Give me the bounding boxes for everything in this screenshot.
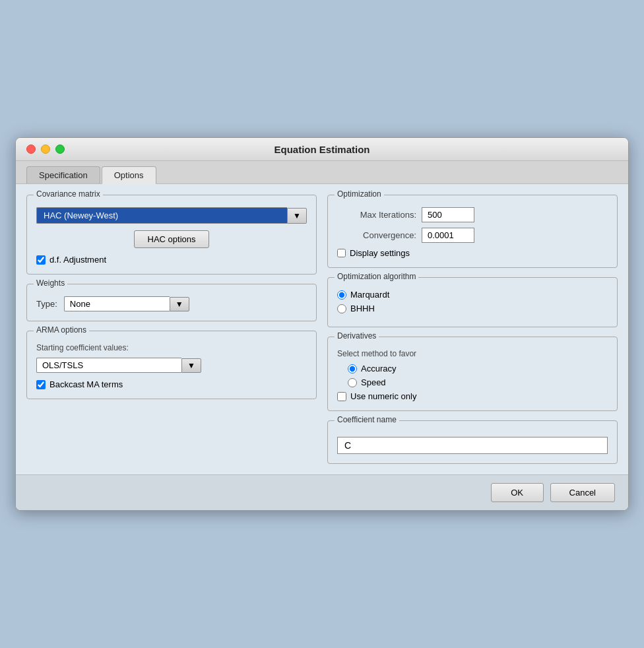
minimize-button[interactable] (41, 145, 50, 154)
marquardt-row: Marquardt (337, 290, 608, 300)
covariance-matrix-content: HAC (Newey-West) ▼ HAC options d.f. Adju… (36, 207, 307, 265)
accuracy-radio[interactable] (348, 364, 357, 373)
convergence-label: Convergence: (337, 230, 416, 240)
convergence-row: Convergence: (337, 228, 608, 243)
deriv-subtitle: Select method to favor (337, 349, 608, 358)
speed-row: Speed (348, 377, 608, 387)
backcast-checkbox[interactable] (36, 380, 46, 389)
cancel-button[interactable]: Cancel (550, 483, 615, 502)
speed-label: Speed (361, 377, 386, 387)
arma-dropdown-btn[interactable]: ▼ (181, 358, 201, 373)
derivatives-content: Select method to favor Accuracy Speed (337, 349, 608, 401)
covariance-matrix-title: Covariance matrix (34, 189, 103, 199)
weights-select-wrapper: None ▼ (64, 296, 189, 311)
backcast-label: Backcast MA terms (49, 379, 123, 389)
optimization-title: Optimization (335, 189, 384, 199)
weights-content: Type: None ▼ (36, 296, 307, 311)
coefficient-name-content (337, 433, 608, 454)
tab-specification[interactable]: Specification (26, 166, 100, 183)
arma-selected[interactable]: OLS/TSLS (36, 358, 181, 373)
display-settings-label: Display settings (350, 248, 410, 258)
maximize-button[interactable] (55, 145, 65, 154)
numeric-only-checkbox[interactable] (337, 392, 346, 401)
marquardt-radio[interactable] (337, 290, 346, 300)
window-title: Equation Estimation (274, 144, 370, 155)
tabs-bar: Specification Options (16, 161, 628, 184)
covariance-dropdown-btn[interactable]: ▼ (287, 208, 307, 224)
covariance-dropdown-wrapper: HAC (Newey-West) ▼ (36, 207, 307, 224)
ok-button[interactable]: OK (491, 483, 544, 502)
coefficient-name-group: Coefficient name (327, 420, 618, 464)
footer: OK Cancel (16, 474, 628, 510)
max-iter-row: Max Iterations: (337, 207, 608, 222)
content-area: Covariance matrix HAC (Newey-West) ▼ HAC… (16, 184, 628, 474)
coefficient-name-input[interactable] (337, 437, 608, 454)
display-settings-checkbox[interactable] (337, 249, 346, 257)
numeric-only-row: Use numeric only (337, 391, 608, 401)
max-iter-label: Max Iterations: (337, 210, 416, 220)
marquardt-label: Marquardt (350, 290, 389, 300)
display-settings-row: Display settings (337, 248, 608, 258)
bhhh-radio[interactable] (337, 304, 346, 313)
convergence-input[interactable] (422, 228, 474, 243)
numeric-only-label: Use numeric only (350, 391, 416, 401)
weights-selected[interactable]: None (64, 296, 170, 311)
hac-options-button[interactable]: HAC options (134, 230, 210, 248)
max-iter-input[interactable] (422, 207, 474, 222)
type-label: Type: (36, 299, 57, 309)
derivatives-title: Derivatives (335, 331, 379, 340)
coefficient-name-title: Coefficient name (335, 415, 399, 424)
arma-options-group: ARMA options Starting coefficient values… (26, 331, 317, 399)
left-column: Covariance matrix HAC (Newey-West) ▼ HAC… (26, 195, 317, 464)
backcast-row: Backcast MA terms (36, 379, 307, 389)
close-button[interactable] (26, 145, 36, 154)
titlebar: Equation Estimation (16, 138, 628, 161)
arma-select-wrapper: OLS/TSLS ▼ (36, 358, 307, 373)
covariance-selected[interactable]: HAC (Newey-West) (36, 207, 287, 224)
df-adjustment-checkbox[interactable] (36, 255, 46, 265)
deriv-radio-group: Accuracy Speed (337, 364, 608, 387)
arma-options-title: ARMA options (34, 325, 89, 335)
arma-options-content: Starting coefficient values: OLS/TSLS ▼ … (36, 343, 307, 389)
optimization-content: Max Iterations: Convergence: Display set… (337, 207, 608, 258)
bhhh-row: BHHH (337, 304, 608, 313)
optimization-algorithm-group: Optimization algorithm Marquardt BHHH (327, 277, 618, 327)
optimization-algorithm-content: Marquardt BHHH (337, 290, 608, 313)
df-adjustment-label: d.f. Adjustment (49, 255, 106, 265)
weights-title: Weights (34, 278, 67, 288)
weights-dropdown-btn[interactable]: ▼ (170, 297, 189, 311)
tab-options[interactable]: Options (102, 166, 156, 184)
type-row: Type: None ▼ (36, 296, 307, 311)
weights-group: Weights Type: None ▼ (26, 284, 317, 321)
bhhh-label: BHHH (350, 304, 375, 313)
main-window: Equation Estimation Specification Option… (15, 137, 629, 511)
derivatives-group: Derivatives Select method to favor Accur… (327, 337, 618, 411)
df-adjustment-row: d.f. Adjustment (36, 255, 307, 265)
speed-radio[interactable] (348, 378, 357, 387)
accuracy-row: Accuracy (348, 364, 608, 373)
right-column: Optimization Max Iterations: Convergence… (327, 195, 618, 464)
arma-starting-label: Starting coefficient values: (36, 343, 307, 352)
optimization-algorithm-title: Optimization algorithm (335, 272, 418, 281)
accuracy-label: Accuracy (361, 364, 396, 373)
optimization-group: Optimization Max Iterations: Convergence… (327, 195, 618, 268)
covariance-matrix-group: Covariance matrix HAC (Newey-West) ▼ HAC… (26, 195, 317, 275)
